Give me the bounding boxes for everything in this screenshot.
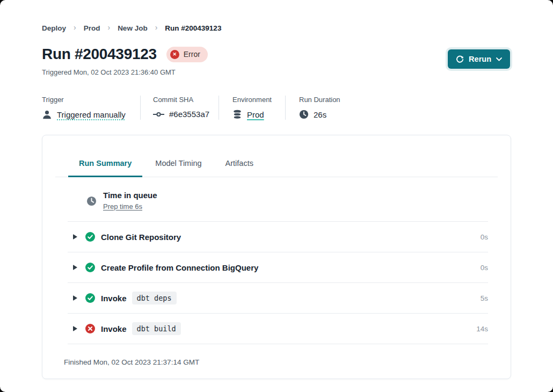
tab-run-summary[interactable]: Run Summary (68, 159, 142, 177)
chevron-down-icon (496, 57, 502, 61)
trigger-value-link[interactable]: Triggered manually (57, 110, 126, 119)
status-badge: ✕ Error (166, 47, 208, 62)
chevron-right-icon: › (74, 23, 76, 32)
time-in-queue-section: Time in queue Prep time 6s (68, 177, 488, 222)
tab-bar: Run Summary Model Timing Artifacts (68, 159, 498, 177)
expand-caret-icon[interactable] (73, 326, 77, 331)
breadcrumb: Deploy › Prod › New Job › Run #200439123 (42, 24, 511, 32)
step-name: Create Profile from Connection BigQuery (101, 263, 258, 272)
chevron-right-icon: › (107, 23, 110, 32)
time-in-queue-title: Time in queue (103, 191, 157, 200)
meta-commit-sha: Commit SHA #6e3553a7 (140, 96, 219, 120)
run-detail-page: Deploy › Prod › New Job › Run #200439123… (0, 0, 553, 392)
step-row-create-profile[interactable]: Create Profile from Connection BigQuery … (68, 252, 488, 283)
success-check-icon (85, 293, 95, 303)
meta-commit-label: Commit SHA (153, 96, 208, 104)
error-x-icon (85, 324, 95, 333)
step-name: Invoke (101, 294, 127, 303)
database-icon (232, 110, 242, 119)
run-duration-value: 26s (314, 110, 326, 119)
breadcrumb-run: Run #200439123 (165, 24, 221, 32)
step-row-dbt-deps[interactable]: Invoke dbt deps 5s (68, 283, 488, 314)
page-title: Run #200439123 (42, 46, 157, 63)
rerun-refresh-icon (456, 55, 464, 63)
error-circle-icon: ✕ (170, 50, 179, 59)
run-summary-card: Run Summary Model Timing Artifacts Time … (42, 135, 511, 379)
step-name: Clone Git Repository (101, 233, 181, 242)
tab-model-timing[interactable]: Model Timing (144, 159, 212, 177)
step-row-clone-git[interactable]: Clone Git Repository 0s (68, 222, 488, 252)
step-row-dbt-build[interactable]: Invoke dbt build 14s (68, 314, 488, 344)
step-list: Clone Git Repository 0s Create Profile f… (68, 222, 488, 344)
step-duration: 0s (481, 233, 488, 241)
breadcrumb-deploy[interactable]: Deploy (42, 24, 66, 32)
environment-value-link[interactable]: Prod (247, 110, 264, 119)
queue-clock-icon (86, 196, 97, 206)
commit-sha-value: #6e3553a7 (169, 110, 209, 119)
tab-artifacts[interactable]: Artifacts (215, 159, 264, 177)
clock-icon (299, 110, 309, 119)
meta-environment: Environment Prod (219, 96, 285, 120)
success-check-icon (85, 263, 95, 272)
rerun-button[interactable]: Rerun (448, 49, 510, 69)
step-command-chip: dbt deps (132, 292, 177, 304)
step-duration: 5s (481, 294, 488, 302)
person-icon (42, 110, 52, 120)
success-check-icon (85, 232, 95, 242)
triggered-timestamp: Triggered Mon, 02 Oct 2023 21:36:40 GMT (42, 68, 511, 76)
status-badge-label: Error (184, 50, 200, 59)
step-duration: 14s (476, 325, 488, 333)
meta-trigger: Trigger Triggered manually (42, 96, 140, 120)
expand-caret-icon[interactable] (73, 295, 77, 301)
step-command-chip: dbt build (132, 322, 181, 335)
expand-caret-icon[interactable] (73, 234, 77, 239)
finished-timestamp: Finished Mon, 02 Oct 2023 21:37:14 GMT (64, 358, 498, 366)
expand-caret-icon[interactable] (73, 265, 77, 270)
meta-environment-label: Environment (232, 96, 274, 104)
meta-trigger-label: Trigger (42, 96, 129, 104)
meta-duration-label: Run Duration (299, 96, 340, 104)
prep-time-link[interactable]: Prep time 6s (103, 202, 142, 210)
step-name: Invoke (101, 324, 127, 333)
rerun-button-label: Rerun (469, 55, 491, 63)
chevron-right-icon: › (155, 23, 158, 32)
breadcrumb-prod[interactable]: Prod (84, 24, 100, 32)
breadcrumb-new-job[interactable]: New Job (118, 24, 148, 32)
commit-icon (153, 111, 164, 118)
meta-run-duration: Run Duration 26s (285, 96, 351, 120)
run-metadata: Trigger Triggered manually Commit SHA #6… (42, 96, 511, 120)
step-duration: 0s (481, 264, 488, 272)
